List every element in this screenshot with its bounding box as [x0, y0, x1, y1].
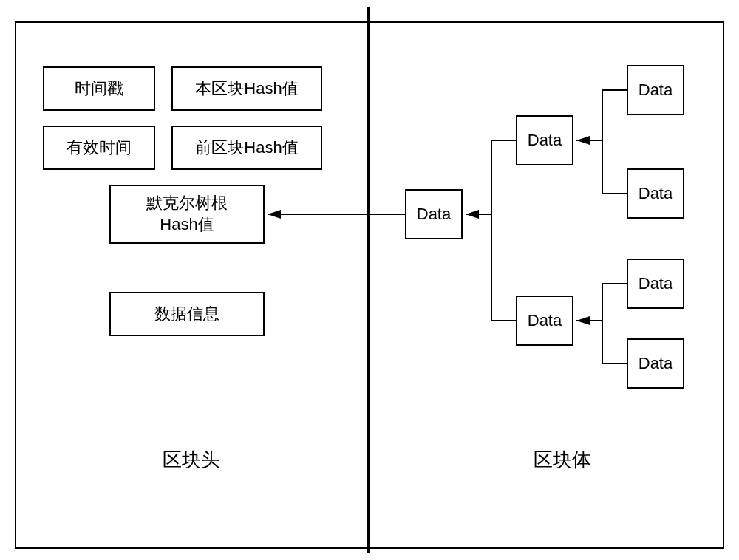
this-block-hash-box: 本区块Hash值: [171, 66, 322, 111]
diagram-canvas: 时间戳 本区块Hash值 有效时间 前区块Hash值 默克尔树根 Hash值 数…: [0, 0, 739, 560]
merkle-node-mid-1: Data: [516, 115, 573, 165]
center-divider: [367, 7, 370, 553]
merkle-node-mid-2: Data: [516, 296, 573, 346]
data-info-box: 数据信息: [109, 292, 265, 336]
block-header-label: 区块头: [163, 447, 220, 473]
merkle-leaf-3: Data: [627, 259, 684, 309]
valid-time-box: 有效时间: [43, 126, 155, 170]
prev-block-hash-box: 前区块Hash值: [171, 126, 322, 170]
merkle-leaf-4: Data: [627, 338, 684, 389]
merkle-leaf-1: Data: [627, 65, 684, 115]
merkle-node-root: Data: [405, 189, 463, 239]
merkle-root-box: 默克尔树根 Hash值: [109, 185, 265, 244]
block-body-label: 区块体: [534, 447, 591, 473]
merkle-leaf-2: Data: [627, 168, 684, 219]
timestamp-box: 时间戳: [43, 66, 155, 111]
